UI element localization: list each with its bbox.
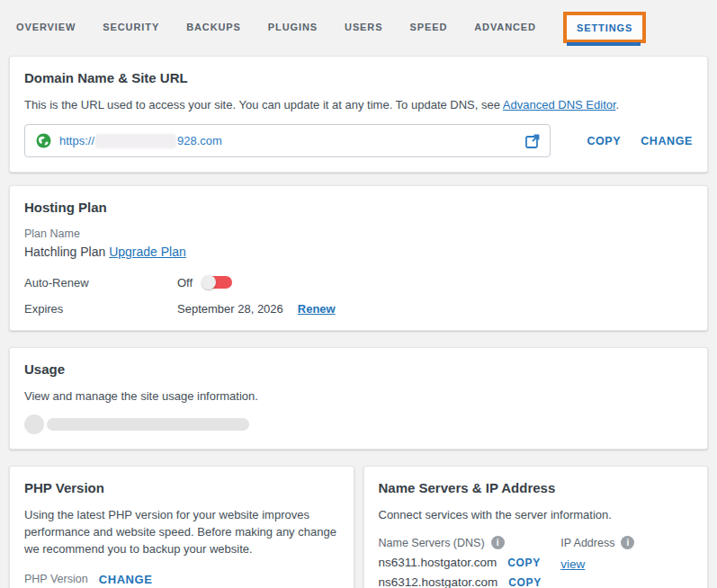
renew-link[interactable]: Renew xyxy=(298,302,336,316)
tab-overview[interactable]: OVERVIEW xyxy=(16,22,76,32)
site-url-text: https://928.com xyxy=(59,134,222,147)
auto-renew-label: Auto-Renew xyxy=(24,276,177,290)
dns-info-icon[interactable]: i xyxy=(491,536,505,549)
usage-card: Usage View and manage the site usage inf… xyxy=(9,347,708,450)
copy-url-button[interactable]: COPY xyxy=(587,135,621,147)
domain-card-title: Domain Name & Site URL xyxy=(24,70,693,85)
tab-speed[interactable]: SPEED xyxy=(409,22,447,32)
php-change-button[interactable]: CHANGE xyxy=(99,573,153,586)
php-version-card: PHP Version Using the latest PHP version… xyxy=(9,466,354,588)
nameservers-columns: Name Servers (DNS) i ns6311.hostgator.co… xyxy=(379,536,694,588)
expires-value: September 28, 2026 Renew xyxy=(177,302,336,316)
copy-nameserver-1-button[interactable]: COPY xyxy=(507,557,540,569)
dns-label-row: Name Servers (DNS) i xyxy=(379,536,561,549)
plan-name-label: Plan Name xyxy=(24,227,693,240)
expires-row: Expires September 28, 2026 Renew xyxy=(24,302,693,316)
tab-advanced[interactable]: ADVANCED xyxy=(474,22,536,32)
nameserver-1-host: ns6311.hostgator.com xyxy=(379,556,497,569)
copy-nameserver-2-button[interactable]: COPY xyxy=(508,576,541,588)
auto-renew-toggle[interactable] xyxy=(202,275,232,290)
tab-bar: OVERVIEW SECURITY BACKUPS PLUGINS USERS … xyxy=(16,9,703,45)
php-version-title: PHP Version xyxy=(24,480,339,495)
tab-settings[interactable]: SETTINGS xyxy=(577,22,632,33)
domain-card-description: This is the URL used to access your site… xyxy=(24,98,693,111)
nameserver-row-2: ns6312.hostgator.com COPY xyxy=(379,575,561,588)
toggle-knob xyxy=(202,275,216,290)
expires-label: Expires xyxy=(24,302,177,316)
ip-label-row: IP Address i xyxy=(560,536,693,549)
nameservers-ip-card: Name Servers & IP Address Connect servic… xyxy=(363,466,709,588)
skeleton-bar xyxy=(47,418,249,431)
change-url-button[interactable]: CHANGE xyxy=(641,135,693,147)
ip-info-icon[interactable]: i xyxy=(621,536,634,549)
expires-date: September 28, 2026 xyxy=(177,302,283,316)
tab-users[interactable]: USERS xyxy=(345,22,382,32)
tab-plugins[interactable]: PLUGINS xyxy=(268,22,318,32)
bottom-cards-row: PHP Version Using the latest PHP version… xyxy=(9,466,708,588)
tab-backups[interactable]: BACKUPS xyxy=(186,22,241,32)
view-ip-link[interactable]: view xyxy=(560,557,585,571)
settings-page: Domain Name & Site URL This is the URL u… xyxy=(0,56,717,588)
hosting-plan-card: Hosting Plan Plan Name Hatchling Plan Up… xyxy=(9,185,708,331)
upgrade-plan-link[interactable]: Upgrade Plan xyxy=(109,245,186,259)
site-url-suffix: 928.com xyxy=(177,134,222,147)
plan-name-value: Hatchling Plan xyxy=(24,245,105,259)
open-site-external-link-icon[interactable] xyxy=(524,133,541,149)
domain-description-text: This is the URL used to access your site… xyxy=(24,98,503,111)
nameservers-title: Name Servers & IP Address xyxy=(379,480,694,495)
dns-column: Name Servers (DNS) i ns6311.hostgator.co… xyxy=(379,536,561,588)
auto-renew-state-text: Off xyxy=(177,276,193,290)
usage-loading-skeleton xyxy=(24,414,693,434)
skeleton-circle xyxy=(24,414,44,434)
php-version-label: PHP Version xyxy=(24,573,88,585)
site-url-prefix: https:// xyxy=(59,134,94,147)
globe-icon xyxy=(36,133,51,148)
domain-site-url-card: Domain Name & Site URL This is the URL u… xyxy=(9,56,708,173)
php-version-row: PHP Version CHANGE xyxy=(24,573,339,586)
active-tab-underline xyxy=(567,42,641,46)
plan-name-row: Hatchling Plan Upgrade Plan xyxy=(24,245,693,259)
usage-description: View and manage the site usage informati… xyxy=(24,389,693,403)
auto-renew-value: Off xyxy=(177,275,232,290)
usage-title: Usage xyxy=(24,361,693,377)
nameserver-row-1: ns6311.hostgator.com COPY xyxy=(379,556,561,569)
ip-address-column: IP Address i view xyxy=(560,536,693,588)
ip-address-label: IP Address xyxy=(560,537,614,549)
tab-settings-highlight-box: SETTINGS xyxy=(563,12,646,43)
tab-security[interactable]: SECURITY xyxy=(103,22,159,32)
auto-renew-row: Auto-Renew Off xyxy=(24,275,693,290)
site-url-row: https://928.com COPY CHANGE xyxy=(24,124,693,157)
hosting-plan-title: Hosting Plan xyxy=(24,200,693,215)
nameserver-2-host: ns6312.hostgator.com xyxy=(379,575,498,588)
site-url-redacted xyxy=(96,135,175,147)
dns-label: Name Servers (DNS) xyxy=(379,537,485,549)
nameservers-description: Connect services with the server informa… xyxy=(379,508,694,521)
domain-description-period: . xyxy=(616,98,620,111)
php-version-description: Using the latest PHP version for your we… xyxy=(24,507,339,558)
site-url-field[interactable]: https://928.com xyxy=(24,124,551,157)
advanced-dns-editor-link[interactable]: Advanced DNS Editor xyxy=(503,98,616,111)
